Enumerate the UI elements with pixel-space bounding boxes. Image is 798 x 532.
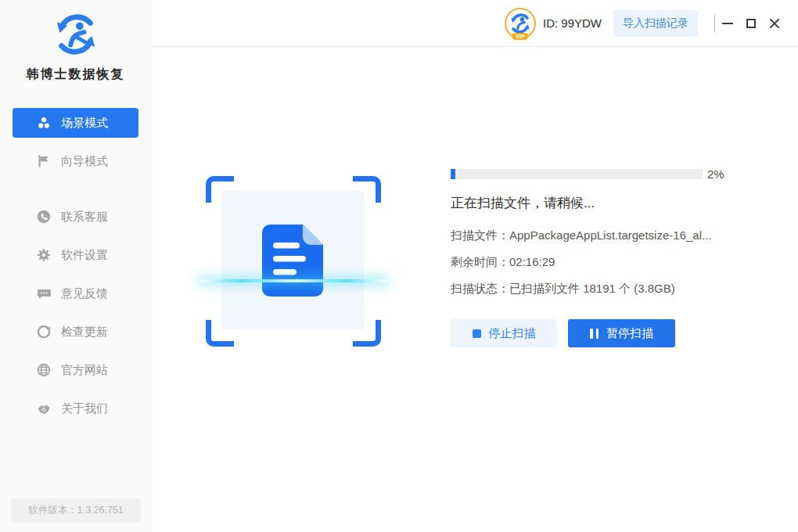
- feedback-icon: [36, 286, 51, 301]
- sidebar-nav: 场景模式 向导模式 联系客服: [0, 108, 151, 423]
- import-scan-records-button[interactable]: 导入扫描记录: [613, 10, 698, 37]
- group-icon: [36, 116, 51, 131]
- scanline-glow: [200, 279, 387, 282]
- user-id: ID: 99YDW: [543, 16, 602, 30]
- sidebar-item-settings[interactable]: 软件设置: [13, 240, 138, 270]
- phone-icon: [36, 210, 51, 225]
- sidebar-item-check-update[interactable]: 检查更新: [13, 317, 138, 347]
- app-logo-icon: [52, 10, 100, 59]
- version-badge: 软件版本：1.3.26.751: [11, 498, 141, 523]
- close-icon: [768, 17, 781, 30]
- time-remaining-row: 剩余时间：02:16:29: [451, 255, 555, 270]
- scan-file-value: AppPackageAppList.targetsize-16_al...: [509, 228, 712, 242]
- nav-spacer: [13, 185, 138, 202]
- maximize-icon: [746, 19, 756, 28]
- sidebar: 韩博士数据恢复 场景模式 向导模式: [0, 0, 151, 532]
- scan-status-title: 正在扫描文件，请稍候...: [451, 194, 595, 212]
- avatar-logo-icon: [509, 12, 532, 35]
- logo-area: 韩博士数据恢复: [0, 0, 151, 108]
- titlebar: VIP ID: 99YDW 导入扫描记录: [151, 0, 798, 47]
- app-window: 韩博士数据恢复 场景模式 向导模式: [0, 0, 798, 532]
- scan-panel: 2% 正在扫描文件，请稍候... 扫描文件：AppPackageAppList.…: [151, 47, 798, 532]
- scan-file-row: 扫描文件：AppPackageAppList.targetsize-16_al.…: [451, 228, 712, 243]
- scan-inner-panel: [221, 191, 364, 329]
- handshake-icon: [36, 401, 51, 416]
- sidebar-item-label: 联系客服: [61, 210, 108, 225]
- pause-scan-label: 暂停扫描: [606, 326, 653, 341]
- sidebar-item-feedback[interactable]: 意见反馈: [13, 279, 138, 308]
- progress-bar-fill: [451, 169, 455, 179]
- sidebar-item-label: 关于我们: [61, 401, 108, 416]
- sidebar-item-wizard-mode[interactable]: 向导模式: [13, 146, 138, 176]
- gear-icon: [36, 248, 51, 263]
- progress-bar: [451, 169, 703, 179]
- sidebar-item-label: 软件设置: [61, 248, 108, 263]
- pause-scan-button[interactable]: 暂停扫描: [568, 319, 675, 347]
- app-title: 韩博士数据恢复: [0, 66, 151, 83]
- titlebar-divider: [714, 15, 715, 32]
- flag-icon: [36, 154, 51, 169]
- minimize-icon: [722, 23, 733, 24]
- sidebar-item-contact-support[interactable]: 联系客服: [13, 202, 138, 232]
- scan-file-label: 扫描文件：: [451, 228, 509, 242]
- pause-icon: [590, 329, 598, 339]
- scan-state-label: 扫描状态：: [451, 282, 509, 295]
- scan-state-row: 扫描状态：已扫描到文件 18191 个 (3.8GB): [451, 282, 675, 297]
- update-icon: [36, 325, 51, 340]
- scan-actions: 停止扫描 暂停扫描: [451, 319, 675, 347]
- progress-percent: 2%: [707, 167, 724, 181]
- sidebar-item-label: 意见反馈: [61, 286, 108, 301]
- stop-scan-button[interactable]: 停止扫描: [451, 319, 557, 347]
- scan-frame-illustration: [206, 176, 381, 347]
- minimize-button[interactable]: [717, 13, 739, 34]
- vip-badge: VIP: [512, 33, 528, 40]
- maximize-button[interactable]: [740, 13, 762, 34]
- globe-icon: [36, 363, 51, 378]
- time-remaining-value: 02:16:29: [509, 255, 555, 268]
- sidebar-item-scene-mode[interactable]: 场景模式: [13, 108, 138, 138]
- progress-row: 2%: [451, 167, 724, 181]
- sidebar-item-label: 向导模式: [61, 154, 108, 169]
- scan-state-value: 已扫描到文件 18191 个 (3.8GB): [509, 282, 675, 295]
- sidebar-item-label: 检查更新: [61, 325, 108, 340]
- document-icon: [262, 225, 323, 297]
- stop-scan-label: 停止扫描: [489, 326, 536, 341]
- sidebar-item-official-website[interactable]: 官方网站: [13, 355, 138, 385]
- sidebar-item-label: 官方网站: [61, 363, 108, 378]
- avatar[interactable]: VIP: [505, 8, 536, 39]
- stop-icon: [473, 329, 481, 338]
- time-remaining-label: 剩余时间：: [451, 255, 509, 268]
- sidebar-item-about-us[interactable]: 关于我们: [13, 394, 138, 423]
- sidebar-item-label: 场景模式: [61, 116, 108, 131]
- close-button[interactable]: [764, 13, 785, 34]
